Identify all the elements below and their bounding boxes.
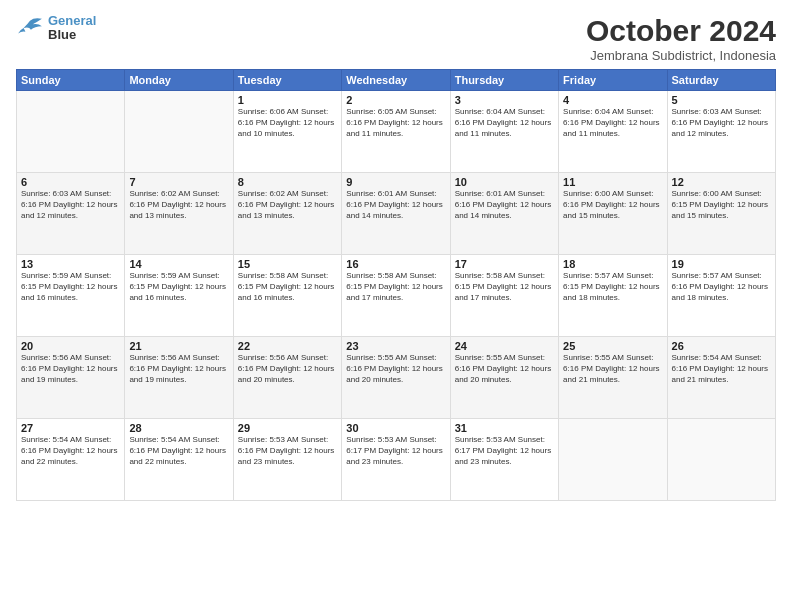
day-info: Sunrise: 5:56 AM Sunset: 6:16 PM Dayligh… [21,353,120,385]
day-number: 15 [238,258,337,270]
calendar-cell [667,419,775,501]
day-header-tuesday: Tuesday [233,70,341,91]
calendar-cell: 18Sunrise: 5:57 AM Sunset: 6:15 PM Dayli… [559,255,667,337]
calendar-cell: 26Sunrise: 5:54 AM Sunset: 6:16 PM Dayli… [667,337,775,419]
header: General Blue October 2024 Jembrana Subdi… [16,14,776,63]
day-number: 29 [238,422,337,434]
day-number: 12 [672,176,771,188]
day-number: 3 [455,94,554,106]
calendar-cell: 4Sunrise: 6:04 AM Sunset: 6:16 PM Daylig… [559,91,667,173]
day-info: Sunrise: 6:00 AM Sunset: 6:16 PM Dayligh… [563,189,662,221]
day-number: 27 [21,422,120,434]
day-info: Sunrise: 5:53 AM Sunset: 6:17 PM Dayligh… [455,435,554,467]
calendar-cell: 9Sunrise: 6:01 AM Sunset: 6:16 PM Daylig… [342,173,450,255]
day-number: 8 [238,176,337,188]
title-block: October 2024 Jembrana Subdistrict, Indon… [586,14,776,63]
day-number: 4 [563,94,662,106]
day-number: 11 [563,176,662,188]
day-header-thursday: Thursday [450,70,558,91]
day-info: Sunrise: 5:55 AM Sunset: 6:16 PM Dayligh… [346,353,445,385]
day-number: 24 [455,340,554,352]
day-info: Sunrise: 6:05 AM Sunset: 6:16 PM Dayligh… [346,107,445,139]
day-number: 17 [455,258,554,270]
day-number: 22 [238,340,337,352]
day-number: 1 [238,94,337,106]
day-info: Sunrise: 5:57 AM Sunset: 6:15 PM Dayligh… [563,271,662,303]
logo-text: General Blue [48,14,96,43]
day-number: 19 [672,258,771,270]
day-number: 25 [563,340,662,352]
calendar-cell [17,91,125,173]
calendar-cell: 21Sunrise: 5:56 AM Sunset: 6:16 PM Dayli… [125,337,233,419]
day-header-sunday: Sunday [17,70,125,91]
day-info: Sunrise: 5:55 AM Sunset: 6:16 PM Dayligh… [455,353,554,385]
day-number: 13 [21,258,120,270]
day-info: Sunrise: 5:59 AM Sunset: 6:15 PM Dayligh… [129,271,228,303]
calendar-cell: 11Sunrise: 6:00 AM Sunset: 6:16 PM Dayli… [559,173,667,255]
day-info: Sunrise: 6:04 AM Sunset: 6:16 PM Dayligh… [455,107,554,139]
calendar-cell: 30Sunrise: 5:53 AM Sunset: 6:17 PM Dayli… [342,419,450,501]
calendar-cell [559,419,667,501]
day-info: Sunrise: 5:58 AM Sunset: 6:15 PM Dayligh… [455,271,554,303]
calendar-week-row: 20Sunrise: 5:56 AM Sunset: 6:16 PM Dayli… [17,337,776,419]
day-info: Sunrise: 5:53 AM Sunset: 6:17 PM Dayligh… [346,435,445,467]
logo: General Blue [16,14,96,43]
calendar-cell: 6Sunrise: 6:03 AM Sunset: 6:16 PM Daylig… [17,173,125,255]
day-number: 20 [21,340,120,352]
day-info: Sunrise: 5:54 AM Sunset: 6:16 PM Dayligh… [129,435,228,467]
day-info: Sunrise: 6:02 AM Sunset: 6:16 PM Dayligh… [129,189,228,221]
day-number: 28 [129,422,228,434]
day-info: Sunrise: 6:03 AM Sunset: 6:16 PM Dayligh… [21,189,120,221]
calendar-cell: 22Sunrise: 5:56 AM Sunset: 6:16 PM Dayli… [233,337,341,419]
calendar-cell: 25Sunrise: 5:55 AM Sunset: 6:16 PM Dayli… [559,337,667,419]
calendar-cell: 2Sunrise: 6:05 AM Sunset: 6:16 PM Daylig… [342,91,450,173]
calendar-cell: 12Sunrise: 6:00 AM Sunset: 6:15 PM Dayli… [667,173,775,255]
day-info: Sunrise: 6:03 AM Sunset: 6:16 PM Dayligh… [672,107,771,139]
day-info: Sunrise: 5:57 AM Sunset: 6:16 PM Dayligh… [672,271,771,303]
day-info: Sunrise: 6:00 AM Sunset: 6:15 PM Dayligh… [672,189,771,221]
day-info: Sunrise: 5:56 AM Sunset: 6:16 PM Dayligh… [129,353,228,385]
logo-icon [16,17,44,39]
day-number: 21 [129,340,228,352]
day-info: Sunrise: 6:02 AM Sunset: 6:16 PM Dayligh… [238,189,337,221]
day-header-saturday: Saturday [667,70,775,91]
calendar-cell: 13Sunrise: 5:59 AM Sunset: 6:15 PM Dayli… [17,255,125,337]
day-number: 6 [21,176,120,188]
calendar-cell: 23Sunrise: 5:55 AM Sunset: 6:16 PM Dayli… [342,337,450,419]
calendar-week-row: 13Sunrise: 5:59 AM Sunset: 6:15 PM Dayli… [17,255,776,337]
calendar-cell: 1Sunrise: 6:06 AM Sunset: 6:16 PM Daylig… [233,91,341,173]
calendar-cell: 28Sunrise: 5:54 AM Sunset: 6:16 PM Dayli… [125,419,233,501]
day-number: 9 [346,176,445,188]
day-info: Sunrise: 6:01 AM Sunset: 6:16 PM Dayligh… [455,189,554,221]
day-number: 30 [346,422,445,434]
day-number: 10 [455,176,554,188]
day-info: Sunrise: 6:04 AM Sunset: 6:16 PM Dayligh… [563,107,662,139]
calendar-cell: 3Sunrise: 6:04 AM Sunset: 6:16 PM Daylig… [450,91,558,173]
calendar-week-row: 1Sunrise: 6:06 AM Sunset: 6:16 PM Daylig… [17,91,776,173]
subtitle: Jembrana Subdistrict, Indonesia [586,48,776,63]
page: General Blue October 2024 Jembrana Subdi… [0,0,792,612]
calendar-cell: 15Sunrise: 5:58 AM Sunset: 6:15 PM Dayli… [233,255,341,337]
day-header-monday: Monday [125,70,233,91]
calendar-cell: 20Sunrise: 5:56 AM Sunset: 6:16 PM Dayli… [17,337,125,419]
day-info: Sunrise: 5:58 AM Sunset: 6:15 PM Dayligh… [346,271,445,303]
calendar-cell: 7Sunrise: 6:02 AM Sunset: 6:16 PM Daylig… [125,173,233,255]
day-info: Sunrise: 5:56 AM Sunset: 6:16 PM Dayligh… [238,353,337,385]
day-info: Sunrise: 5:58 AM Sunset: 6:15 PM Dayligh… [238,271,337,303]
day-number: 7 [129,176,228,188]
day-header-friday: Friday [559,70,667,91]
calendar-cell: 31Sunrise: 5:53 AM Sunset: 6:17 PM Dayli… [450,419,558,501]
calendar-cell [125,91,233,173]
calendar-cell: 29Sunrise: 5:53 AM Sunset: 6:16 PM Dayli… [233,419,341,501]
day-info: Sunrise: 5:54 AM Sunset: 6:16 PM Dayligh… [21,435,120,467]
day-info: Sunrise: 5:54 AM Sunset: 6:16 PM Dayligh… [672,353,771,385]
day-header-wednesday: Wednesday [342,70,450,91]
month-title: October 2024 [586,14,776,47]
calendar-cell: 27Sunrise: 5:54 AM Sunset: 6:16 PM Dayli… [17,419,125,501]
calendar-cell: 10Sunrise: 6:01 AM Sunset: 6:16 PM Dayli… [450,173,558,255]
calendar-cell: 17Sunrise: 5:58 AM Sunset: 6:15 PM Dayli… [450,255,558,337]
day-number: 23 [346,340,445,352]
calendar-header-row: SundayMondayTuesdayWednesdayThursdayFrid… [17,70,776,91]
day-info: Sunrise: 5:55 AM Sunset: 6:16 PM Dayligh… [563,353,662,385]
calendar-cell: 19Sunrise: 5:57 AM Sunset: 6:16 PM Dayli… [667,255,775,337]
